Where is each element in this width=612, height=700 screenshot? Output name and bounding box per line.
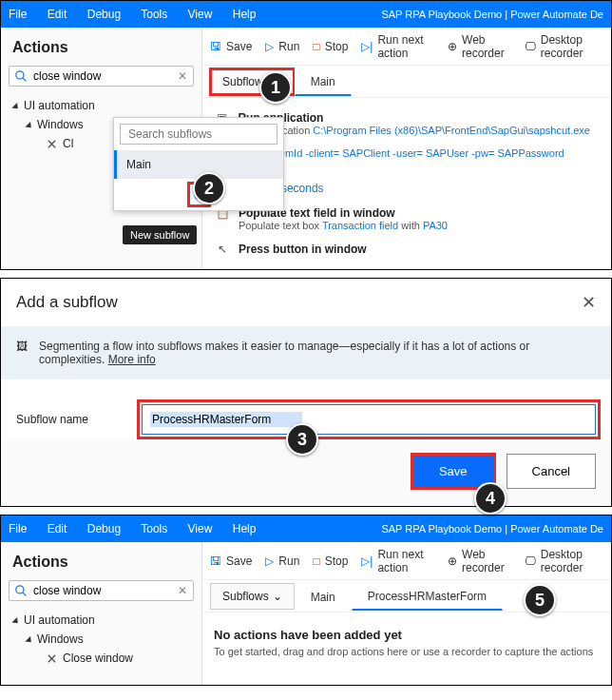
- tree-ui-automation[interactable]: UI automation: [12, 96, 194, 115]
- callout-1: 1: [259, 71, 292, 104]
- menu-help[interactable]: Help: [233, 522, 257, 535]
- more-info-link[interactable]: More info: [108, 353, 156, 366]
- callout-5: 5: [524, 584, 556, 616]
- menu-tools[interactable]: Tools: [141, 522, 167, 535]
- actions-heading: Actions: [12, 39, 194, 56]
- desktop-recorder-button[interactable]: 🖵Desktop recorder: [525, 548, 603, 574]
- clear-icon[interactable]: ✕: [178, 69, 187, 83]
- stop-button[interactable]: □Stop: [313, 554, 348, 568]
- actions-search[interactable]: ✕: [9, 580, 194, 601]
- menu-bar: File Edit Debug Tools View Help SAP RPA …: [1, 515, 611, 542]
- tab-main[interactable]: Main: [295, 67, 352, 96]
- clear-icon[interactable]: ✕: [178, 584, 187, 597]
- menu-bar: File Edit Debug Tools View Help SAP RPA …: [1, 1, 611, 28]
- svg-line-5: [23, 593, 26, 595]
- svg-point-4: [16, 585, 24, 593]
- actions-search-input[interactable]: [33, 584, 178, 597]
- svg-point-0: [16, 70, 24, 78]
- web-recorder-button[interactable]: ⊕Web recorder: [448, 33, 511, 60]
- svg-line-1: [23, 78, 26, 81]
- menu-view[interactable]: View: [188, 8, 213, 21]
- tab-main[interactable]: Main: [295, 582, 352, 611]
- desktop-recorder-button[interactable]: 🖵Desktop recorder: [525, 33, 603, 60]
- run-next-button[interactable]: ▷|Run next action: [361, 548, 434, 574]
- run-button[interactable]: ▷Run: [265, 554, 299, 568]
- actions-heading: Actions: [12, 554, 194, 571]
- window-title: SAP RPA Playbook Demo | Power Automate D…: [381, 9, 603, 20]
- new-subflow-tooltip: New subflow: [123, 225, 197, 244]
- empty-subtitle: To get started, drag and drop actions he…: [214, 646, 600, 657]
- tab-processhrmasterform[interactable]: ProcessHRMasterForm: [352, 581, 503, 611]
- tree-windows[interactable]: Windows: [12, 630, 194, 649]
- window-icon: [47, 653, 57, 664]
- add-subflow-dialog: Add a subflow ✕ 🖼 Segmenting a flow into…: [0, 278, 612, 507]
- subflow-name-input[interactable]: [150, 412, 302, 427]
- stop-button[interactable]: □Stop: [313, 40, 348, 53]
- menu-file[interactable]: File: [9, 8, 27, 21]
- dialog-cancel-button[interactable]: Cancel: [507, 454, 596, 489]
- step-press-button[interactable]: Press button in window: [239, 243, 367, 256]
- menu-debug[interactable]: Debug: [87, 522, 121, 535]
- run-next-button[interactable]: ▷|Run next action: [361, 33, 434, 60]
- menu-edit[interactable]: Edit: [48, 8, 67, 21]
- callout-3: 3: [286, 423, 318, 456]
- callout-4: 4: [474, 482, 507, 515]
- actions-search-input[interactable]: [33, 69, 178, 83]
- menu-tools[interactable]: Tools: [141, 8, 167, 21]
- web-recorder-button[interactable]: ⊕Web recorder: [448, 548, 511, 574]
- subflows-dropdown[interactable]: Subflows⌄: [210, 583, 295, 610]
- dialog-title: Add a subflow: [16, 293, 118, 312]
- tree-close-window[interactable]: Close window: [12, 649, 194, 668]
- subflows-search-input[interactable]: [128, 127, 271, 141]
- search-icon: [15, 585, 28, 597]
- cursor-icon: ↖: [214, 243, 231, 256]
- save-button[interactable]: 🖫Save: [210, 554, 252, 568]
- window-icon: [47, 139, 57, 149]
- close-button[interactable]: ✕: [582, 292, 596, 313]
- window-title: SAP RPA Playbook Demo | Power Automate D…: [381, 523, 603, 535]
- search-icon: [15, 70, 28, 83]
- dialog-save-button[interactable]: Save: [413, 456, 493, 487]
- menu-edit[interactable]: Edit: [48, 522, 67, 535]
- step-run-application[interactable]: Run application: [238, 111, 600, 125]
- run-button[interactable]: ▷Run: [265, 40, 299, 53]
- save-button[interactable]: 🖫Save: [210, 40, 252, 53]
- menu-help[interactable]: Help: [233, 8, 257, 21]
- menu-file[interactable]: File: [9, 522, 27, 535]
- menu-view[interactable]: View: [188, 522, 213, 535]
- callout-2: 2: [193, 172, 225, 204]
- menu-debug[interactable]: Debug: [87, 8, 121, 21]
- actions-search[interactable]: ✕: [9, 66, 194, 87]
- empty-title: No actions have been added yet: [214, 628, 600, 642]
- subflow-name-label: Subflow name: [16, 413, 111, 426]
- tree-ui-automation[interactable]: UI automation: [12, 611, 194, 630]
- image-icon: 🖼: [16, 340, 28, 366]
